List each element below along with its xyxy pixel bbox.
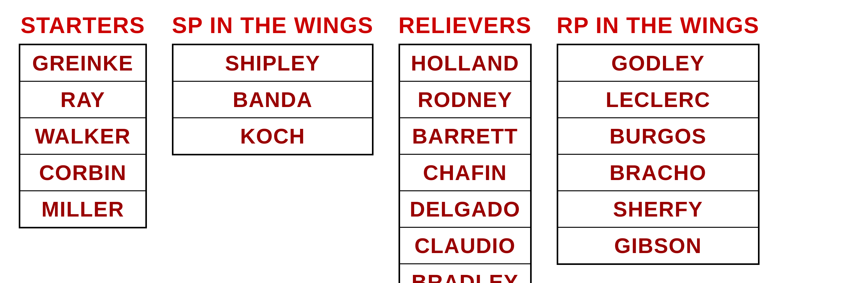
player-list-relievers: HOLLANDRODNEYBARRETTCHAFINDELGADOCLAUDIO… [399,44,532,283]
player-row-sp-in-the-wings-1: BANDA [174,82,372,118]
player-row-sp-in-the-wings-2: KOCH [174,118,372,154]
player-row-rp-in-the-wings-3: BRACHO [558,155,758,191]
player-row-relievers-1: RODNEY [400,82,530,118]
player-row-sp-in-the-wings-0: SHIPLEY [174,45,372,82]
player-row-starters-2: WALKER [20,118,145,155]
section-starters: STARTERSGREINKERAYWALKERCORBINMILLER [19,12,147,228]
player-row-relievers-2: BARRETT [400,118,530,155]
player-list-rp-in-the-wings: GODLEYLECLERCBURGOSBRACHOSHERFYGIBSON [557,44,760,265]
player-list-sp-in-the-wings: SHIPLEYBANDAKOCH [172,44,374,155]
player-row-relievers-4: DELGADO [400,191,530,228]
player-row-relievers-3: CHAFIN [400,155,530,191]
section-rp-in-the-wings: RP IN THE WINGSGODLEYLECLERCBURGOSBRACHO… [557,12,760,265]
player-row-relievers-6: BRADLEY [400,264,530,283]
player-row-starters-0: GREINKE [20,45,145,82]
section-title-relievers: RELIEVERS [399,12,532,38]
player-row-rp-in-the-wings-4: SHERFY [558,191,758,228]
player-row-starters-4: MILLER [20,191,145,227]
player-row-starters-3: CORBIN [20,155,145,191]
player-row-rp-in-the-wings-1: LECLERC [558,82,758,118]
player-row-starters-1: RAY [20,82,145,118]
player-row-relievers-5: CLAUDIO [400,228,530,264]
player-list-starters: GREINKERAYWALKERCORBINMILLER [19,44,147,228]
player-row-rp-in-the-wings-2: BURGOS [558,118,758,155]
section-relievers: RELIEVERSHOLLANDRODNEYBARRETTCHAFINDELGA… [399,12,532,283]
player-row-rp-in-the-wings-5: GIBSON [558,228,758,263]
section-title-starters: STARTERS [21,12,145,38]
player-row-rp-in-the-wings-0: GODLEY [558,45,758,82]
page-container: STARTERSGREINKERAYWALKERCORBINMILLERSP I… [19,12,849,283]
section-sp-in-the-wings: SP IN THE WINGSSHIPLEYBANDAKOCH [172,12,374,155]
section-title-rp-in-the-wings: RP IN THE WINGS [557,12,760,38]
player-row-relievers-0: HOLLAND [400,45,530,82]
section-title-sp-in-the-wings: SP IN THE WINGS [172,12,374,38]
